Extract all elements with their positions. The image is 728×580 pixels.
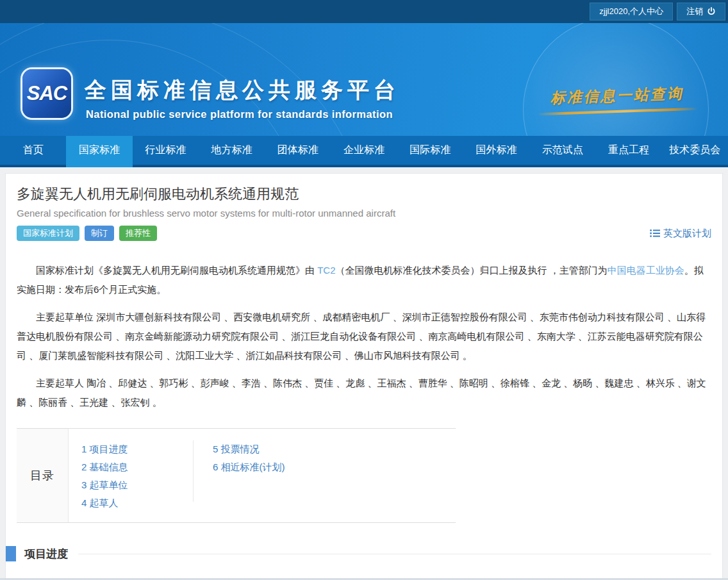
- english-plan-link[interactable]: 英文版计划: [650, 228, 711, 240]
- intro-p1-middle: （全国微电机标准化技术委员会）归口上报及执行 ，主管部门为: [336, 265, 608, 276]
- nav-item-key-projects[interactable]: 重点工程: [595, 136, 661, 167]
- intro-p1-prefix: 国家标准计划《多旋翼无人机用无刷伺服电动机系统通用规范》由: [36, 265, 317, 276]
- page-title-english: General specification for brushless serv…: [17, 208, 711, 219]
- toc-box: 目录 1 项目进度 2 基础信息 3 起草单位 4 起草人 5 投票情况 6 相…: [17, 428, 456, 523]
- toc-link-drafters[interactable]: 4 起草人: [81, 494, 193, 512]
- tag-row: 国家标准计划 制订 推荐性 英文版计划: [17, 226, 711, 241]
- logout-button[interactable]: 注销: [677, 3, 725, 21]
- nav-item-industry-standards[interactable]: 行业标准: [133, 136, 199, 167]
- tc2-link[interactable]: TC2: [317, 265, 335, 276]
- list-icon: [650, 229, 660, 238]
- toc-link-voting[interactable]: 5 投票情况: [213, 440, 340, 458]
- nav-item-national-standards[interactable]: 国家标准: [66, 136, 132, 167]
- user-center-label: zjjl2020,个人中心: [599, 6, 663, 17]
- globe-graphic: [523, 23, 709, 136]
- user-center-button[interactable]: zjjl2020,个人中心: [590, 3, 673, 21]
- section-divider-line: [78, 554, 711, 554]
- toc-link-project-progress[interactable]: 1 项目进度: [81, 440, 193, 458]
- section-marker: [6, 546, 16, 561]
- nav-item-foreign-standards[interactable]: 国外标准: [463, 136, 529, 167]
- standard-detail-card: 多旋翼无人机用无刷伺服电动机系统通用规范 General specificati…: [5, 173, 723, 580]
- toc-link-basic-info[interactable]: 2 基础信息: [81, 458, 193, 476]
- section-title: 项目进度: [24, 547, 68, 561]
- slogan: 标准信息一站查询: [536, 83, 697, 116]
- intro-paragraph-2: 主要起草单位 深圳市大疆创新科技有限公司 、西安微电机研究所 、成都精密电机厂 …: [17, 308, 711, 365]
- main-nav: 首页 国家标准 行业标准 地方标准 团体标准 企业标准 国际标准 国外标准 示范…: [0, 136, 728, 167]
- nav-item-demonstration[interactable]: 示范试点: [529, 136, 595, 167]
- logout-label: 注销: [686, 6, 703, 17]
- english-plan-link-label: 英文版计划: [663, 228, 711, 240]
- nav-item-local-standards[interactable]: 地方标准: [199, 136, 265, 167]
- nav-item-group-standards[interactable]: 团体标准: [265, 136, 331, 167]
- toc-column-2: 5 投票情况 6 相近标准(计划): [193, 440, 340, 502]
- intro-paragraph-1: 国家标准计划《多旋翼无人机用无刷伺服电动机系统通用规范》由 TC2（全国微电机标…: [17, 261, 711, 299]
- power-icon: [707, 7, 716, 16]
- page-title: 多旋翼无人机用无刷伺服电动机系统通用规范: [17, 185, 711, 204]
- content-area: 多旋翼无人机用无刷伺服电动机系统通用规范 General specificati…: [0, 167, 728, 580]
- nav-item-international-standards[interactable]: 国际标准: [397, 136, 463, 167]
- toc-link-similar-standards[interactable]: 6 相近标准(计划): [213, 458, 340, 476]
- project-progress-header: 项目进度: [6, 546, 711, 561]
- top-bar: zjjl2020,个人中心 注销: [0, 0, 728, 23]
- toc-column-1: 1 项目进度 2 基础信息 3 起草单位 4 起草人: [81, 440, 193, 522]
- nav-item-technical-committees[interactable]: 技术委员会: [662, 136, 728, 167]
- toc-label: 目录: [17, 429, 69, 522]
- tag-national-standard-plan: 国家标准计划: [17, 226, 79, 241]
- cema-link[interactable]: 中国电器工业协会: [608, 265, 684, 276]
- toc-link-drafting-units[interactable]: 3 起草单位: [81, 476, 193, 494]
- intro-section: 国家标准计划《多旋翼无人机用无刷伺服电动机系统通用规范》由 TC2（全国微电机标…: [17, 261, 711, 412]
- nav-item-enterprise-standards[interactable]: 企业标准: [331, 136, 397, 167]
- sac-logo-text: SAC: [27, 82, 67, 105]
- site-title: 全国标准信息公共服务平台: [85, 76, 400, 105]
- tag-recommended: 推荐性: [119, 226, 157, 241]
- intro-paragraph-3: 主要起草人 陶冶 、邱健达 、郭巧彬 、彭声峻 、李浩 、陈伟杰 、贾佳 、龙彪…: [17, 374, 711, 412]
- sac-logo[interactable]: SAC: [22, 69, 71, 118]
- site-subtitle: National public service platform for sta…: [86, 108, 393, 120]
- toc-columns: 1 项目进度 2 基础信息 3 起草单位 4 起草人 5 投票情况 6 相近标准…: [69, 429, 340, 522]
- nav-item-home[interactable]: 首页: [0, 136, 66, 167]
- tag-formulation: 制订: [85, 226, 114, 241]
- site-banner: SAC 全国标准信息公共服务平台 National public service…: [0, 23, 728, 136]
